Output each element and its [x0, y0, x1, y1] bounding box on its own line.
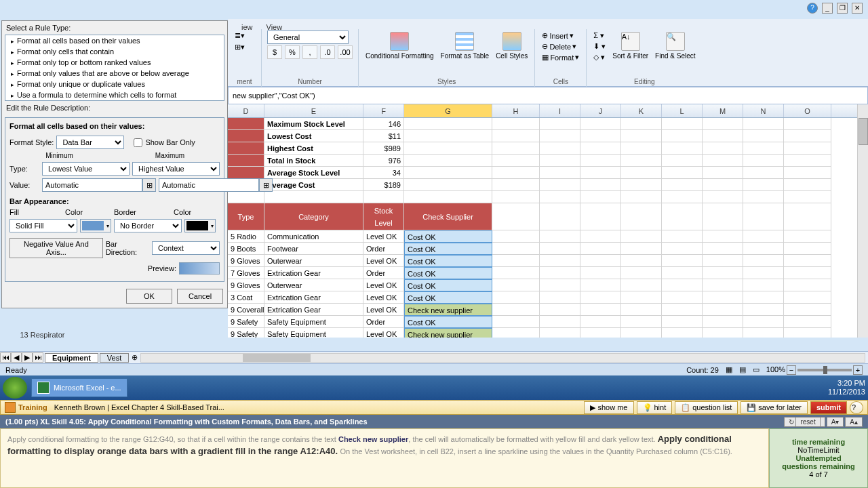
column-header[interactable]: F: [363, 104, 404, 117]
windows-taskbar: Microsoft Excel - e... 3:20 PM11/12/2013: [0, 375, 868, 400]
insert-button[interactable]: ⊕ Insert ▾: [540, 30, 580, 41]
hint-button[interactable]: 💡 hint: [637, 401, 673, 414]
min-type-select[interactable]: Lowest Value: [42, 162, 130, 176]
decrease-decimal-icon[interactable]: .00: [338, 45, 353, 59]
vertical-scrollbar[interactable]: [857, 104, 868, 338]
rule-type-item[interactable]: Format only cells that contain: [5, 46, 224, 57]
hidden-row-fragment: 13 Respirator: [0, 329, 70, 340]
sheet-tab-vest[interactable]: Vest: [100, 353, 129, 363]
submit-button[interactable]: submit: [810, 401, 847, 414]
format-button[interactable]: ▦ Format ▾: [540, 52, 580, 62]
percent-icon[interactable]: %: [285, 45, 300, 59]
column-header[interactable]: K: [621, 104, 662, 117]
border-color-picker[interactable]: [184, 219, 216, 232]
zoom-in-icon[interactable]: +: [853, 365, 863, 375]
clear-icon[interactable]: ◇ ▾: [592, 52, 607, 62]
fill-label: Fill: [9, 208, 54, 216]
view-normal-icon[interactable]: ▦: [726, 365, 732, 374]
comma-icon[interactable]: ,: [302, 45, 317, 59]
view-layout-icon[interactable]: ▤: [739, 365, 746, 374]
ok-button[interactable]: OK: [126, 289, 172, 304]
rule-type-item[interactable]: Format only values that are above or bel…: [5, 68, 224, 79]
find-select-button[interactable]: 🔍Find & Select: [654, 30, 696, 61]
view-break-icon[interactable]: ▭: [753, 365, 760, 374]
bar-direction-select[interactable]: Context: [152, 241, 220, 255]
start-button[interactable]: [3, 377, 27, 399]
currency-icon[interactable]: $: [267, 45, 282, 59]
range-picker-icon[interactable]: ⊞: [259, 178, 273, 192]
format-as-table-button[interactable]: Format as Table: [439, 30, 491, 61]
restore-icon[interactable]: ❐: [837, 3, 848, 14]
fill-select[interactable]: Solid Fill: [9, 219, 77, 232]
rule-type-item[interactable]: Format all cells based on their values: [5, 35, 224, 46]
border-select[interactable]: No Border: [114, 219, 182, 232]
sheet-nav-prev-icon[interactable]: ◀: [11, 352, 22, 363]
column-header[interactable]: O: [784, 104, 831, 117]
save-later-button[interactable]: 💾 save for later: [741, 401, 808, 414]
fill-color-picker[interactable]: [80, 219, 111, 232]
min-value-input[interactable]: [42, 178, 142, 192]
sheet-nav-next-icon[interactable]: ▶: [22, 352, 33, 363]
training-help-icon[interactable]: ?: [850, 401, 863, 414]
column-header[interactable]: L: [662, 104, 703, 117]
format-all-label: Format all cells based on their values:: [9, 122, 220, 130]
show-me-button[interactable]: ▶ show me: [584, 401, 633, 414]
bar-direction-label: Bar Direction:: [106, 240, 149, 256]
conditional-formatting-button[interactable]: Conditional Formatting: [364, 30, 435, 61]
ribbon-tab-partial[interactable]: iew: [241, 23, 253, 31]
column-header[interactable]: G: [404, 104, 492, 117]
zoom-level: 100%: [766, 365, 785, 375]
fill-icon[interactable]: ⬇ ▾: [592, 41, 607, 52]
cell-styles-button[interactable]: Cell Styles: [494, 30, 529, 61]
number-format-select[interactable]: General: [267, 30, 349, 44]
rule-type-item[interactable]: Format only unique or duplicate values: [5, 79, 224, 89]
number-group-label: Number: [267, 78, 353, 85]
ribbon-tab-view[interactable]: View: [267, 23, 283, 31]
column-header[interactable]: N: [743, 104, 784, 117]
unattempted-label: Unattempted: [795, 454, 841, 462]
show-bar-only-checkbox[interactable]: Show Bar Only: [134, 138, 195, 147]
merge-icon[interactable]: ⊞▾: [233, 42, 246, 52]
sheet-tab-bar: ⏮ ◀ ▶ ⏭ Equipment Vest ⊕: [0, 351, 868, 363]
sheet-nav-first-icon[interactable]: ⏮: [0, 352, 11, 363]
font-smaller-icon[interactable]: A▾: [827, 417, 844, 427]
column-header[interactable]: M: [703, 104, 743, 117]
reset-button[interactable]: ↻ reset: [784, 417, 825, 427]
question-list-button[interactable]: 📋 question list: [675, 401, 738, 414]
range-picker-icon[interactable]: ⊞: [142, 178, 156, 192]
increase-decimal-icon[interactable]: .0: [320, 45, 335, 59]
sort-filter-button[interactable]: A↓Sort & Filter: [611, 30, 650, 61]
help-icon[interactable]: ?: [807, 3, 818, 14]
max-type-select[interactable]: Highest Value: [132, 162, 220, 176]
column-header[interactable]: J: [580, 104, 621, 117]
column-header[interactable]: D: [228, 104, 264, 117]
preview-swatch: [179, 262, 220, 274]
negative-value-button[interactable]: Negative Value And Axis...: [9, 238, 103, 258]
delete-button[interactable]: ⊖ Delete ▾: [540, 41, 580, 52]
sheet-nav-last-icon[interactable]: ⏭: [33, 352, 43, 363]
column-header[interactable]: E: [264, 104, 363, 117]
rule-type-item[interactable]: Format only top or bottom ranked values: [5, 57, 224, 68]
sheet-tab-equipment[interactable]: Equipment: [45, 353, 98, 363]
cancel-button[interactable]: Cancel: [177, 289, 223, 304]
column-header[interactable]: H: [492, 104, 540, 117]
new-sheet-icon[interactable]: ⊕: [132, 353, 138, 362]
close-icon[interactable]: ✕: [852, 3, 863, 14]
zoom-slider[interactable]: [797, 369, 852, 371]
select-rule-type-label: Select a Rule Type:: [2, 21, 227, 35]
rule-type-item[interactable]: Use a formula to determine which cells t…: [5, 89, 224, 100]
font-larger-icon[interactable]: A▴: [845, 417, 863, 427]
training-bar: Training Kenneth Brown | Excel Chapter 4…: [0, 400, 868, 415]
max-value-input[interactable]: [159, 178, 259, 192]
formula-bar[interactable]: new supplier","Cost OK"): [228, 87, 868, 104]
rule-description-panel: Format all cells based on their values: …: [5, 117, 224, 282]
status-ready: Ready: [5, 366, 27, 374]
format-style-select[interactable]: Data Bar: [56, 136, 124, 149]
taskbar-excel[interactable]: Microsoft Excel - e...: [31, 378, 127, 397]
column-header[interactable]: I: [540, 104, 580, 117]
zoom-out-icon[interactable]: −: [787, 365, 796, 375]
horizontal-scrollbar[interactable]: [140, 353, 865, 363]
autosum-icon[interactable]: Σ ▾: [592, 30, 607, 41]
wrap-text-icon[interactable]: ≣▾: [233, 30, 246, 41]
minimize-icon[interactable]: _: [822, 3, 833, 14]
